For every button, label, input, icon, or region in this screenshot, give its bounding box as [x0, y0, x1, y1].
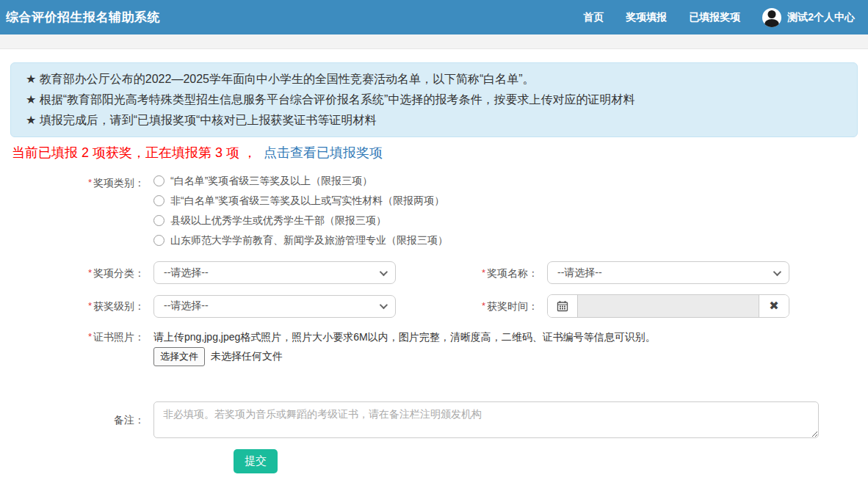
nav-item-filled-awards[interactable]: 已填报奖项 [689, 11, 740, 24]
radio-icon[interactable] [153, 175, 164, 186]
remark-row: 备注： [10, 401, 858, 438]
award-name-select[interactable]: --请选择-- [547, 261, 789, 284]
remark-textarea[interactable] [153, 401, 819, 438]
clear-icon: ✖ [769, 300, 778, 312]
notice-line: ★ 教育部办公厅公布的2022—2025学年面向中小学生的全国性竞赛活动名单，以… [26, 69, 842, 90]
certificate-row: *证书照片： 请上传png,jpg,jpeg格式照片，照片大小要求6M以内，图片… [10, 330, 858, 366]
chevron-down-icon [773, 267, 781, 275]
certificate-label: *证书照片： [10, 330, 153, 344]
file-input-row: 选择文件 未选择任何文件 [153, 347, 656, 366]
radio-label: 县级以上优秀学生或优秀学生干部（限报三项） [170, 213, 386, 228]
notice-line: ★ 填报完成后，请到“已填报奖项“中核对已上报获奖证书等证明材料 [26, 110, 842, 131]
radio-excellent-student[interactable]: 县级以上优秀学生或优秀学生干部（限报三项） [153, 213, 448, 228]
calendar-button[interactable] [548, 295, 577, 317]
navbar-menu: 首页 奖项填报 已填报奖项 测试2个人中心 [583, 8, 855, 27]
award-class-name-row: *奖项分类： --请选择-- *奖项名称： --请选择-- [10, 261, 858, 284]
award-level-label: *获奖级别： [10, 295, 153, 317]
fill-status-text: 当前已填报 2 项获奖，正在填报第 3 项 ， [12, 145, 256, 160]
notice-box: ★ 教育部办公厅公布的2022—2025学年面向中小学生的全国性竞赛活动名单，以… [10, 62, 858, 137]
award-time-input[interactable] [577, 295, 759, 317]
user-menu[interactable]: 测试2个人中心 [762, 8, 855, 27]
submit-row: 提交 [10, 449, 858, 473]
radio-whitelist-provincial[interactable]: “白名单”奖项省级三等奖及以上（限报三项） [153, 173, 448, 189]
choose-file-button[interactable]: 选择文件 [153, 347, 205, 366]
sub-header-strip [0, 34, 868, 49]
nav-item-award-fill[interactable]: 奖项填报 [626, 11, 667, 24]
top-navbar: 综合评价招生报名辅助系统 首页 奖项填报 已填报奖项 测试2个人中心 [0, 0, 868, 34]
award-level-select[interactable]: --请选择-- [153, 295, 396, 318]
nav-item-home[interactable]: 首页 [583, 11, 604, 24]
radio-label: 非“白名单”奖项省级三等奖及以上或写实性材料（限报两项） [170, 193, 444, 208]
award-name-selected-value: --请选择-- [557, 266, 602, 280]
radio-label: 山东师范大学学前教育、新闻学及旅游管理专业（限报三项） [170, 233, 448, 248]
award-level-selected-value: --请选择-- [164, 299, 209, 313]
remark-label: 备注： [10, 409, 153, 431]
required-asterisk: * [482, 300, 485, 311]
user-center-label: 测试2个人中心 [787, 11, 855, 24]
page-content: ★ 教育部办公厅公布的2022—2025学年面向中小学生的全国性竞赛活动名单，以… [0, 62, 868, 473]
radio-icon[interactable] [153, 195, 164, 206]
submit-button[interactable]: 提交 [234, 449, 278, 473]
award-class-label: *奖项分类： [10, 262, 153, 284]
award-time-label: *获奖时间： [396, 295, 547, 317]
required-asterisk: * [482, 267, 485, 278]
radio-sdnu-majors[interactable]: 山东师范大学学前教育、新闻学及旅游管理专业（限报三项） [153, 233, 448, 248]
chevron-down-icon [380, 267, 388, 275]
award-class-selected-value: --请选择-- [164, 266, 209, 280]
app-title: 综合评价招生报名辅助系统 [6, 9, 160, 26]
required-asterisk: * [88, 300, 92, 311]
calendar-icon [557, 300, 568, 312]
chevron-down-icon [380, 301, 388, 309]
radio-label: “白名单”奖项省级三等奖及以上（限报三项） [170, 173, 372, 189]
user-avatar-icon [762, 8, 781, 27]
no-file-chosen-text: 未选择任何文件 [211, 350, 283, 363]
view-filled-awards-link[interactable]: 点击查看已填报奖项 [264, 145, 383, 160]
award-category-label: *奖项类别： [10, 172, 153, 194]
certificate-hint: 请上传png,jpg,jpeg格式照片，照片大小要求6M以内，图片完整，清晰度高… [153, 330, 656, 344]
award-level-time-row: *获奖级别： --请选择-- *获奖时间： [10, 294, 858, 318]
award-category-options: “白名单”奖项省级三等奖及以上（限报三项） 非“白名单”奖项省级三等奖及以上或写… [153, 172, 448, 248]
clear-date-button[interactable]: ✖ [759, 295, 789, 317]
award-category-row: *奖项类别： “白名单”奖项省级三等奖及以上（限报三项） 非“白名单”奖项省级三… [10, 172, 858, 248]
fill-status-line: 当前已填报 2 项获奖，正在填报第 3 项 ，点击查看已填报奖项 [12, 144, 858, 161]
award-class-select[interactable]: --请选择-- [153, 261, 396, 284]
notice-line: ★ 根据“教育部阳光高考特殊类型招生信息服务平台综合评价报名系统”中选择的报考条… [26, 90, 842, 110]
required-asterisk: * [88, 177, 92, 188]
award-form: *奖项类别： “白名单”奖项省级三等奖及以上（限报三项） 非“白名单”奖项省级三… [10, 172, 858, 473]
required-asterisk: * [88, 267, 92, 278]
award-time-picker: ✖ [547, 294, 789, 318]
award-name-label: *奖项名称： [396, 262, 547, 284]
required-asterisk: * [88, 331, 92, 342]
radio-icon[interactable] [153, 235, 164, 246]
radio-icon[interactable] [153, 215, 164, 226]
radio-non-whitelist[interactable]: 非“白名单”奖项省级三等奖及以上或写实性材料（限报两项） [153, 193, 448, 208]
certificate-upload-area: 请上传png,jpg,jpeg格式照片，照片大小要求6M以内，图片完整，清晰度高… [153, 330, 656, 366]
